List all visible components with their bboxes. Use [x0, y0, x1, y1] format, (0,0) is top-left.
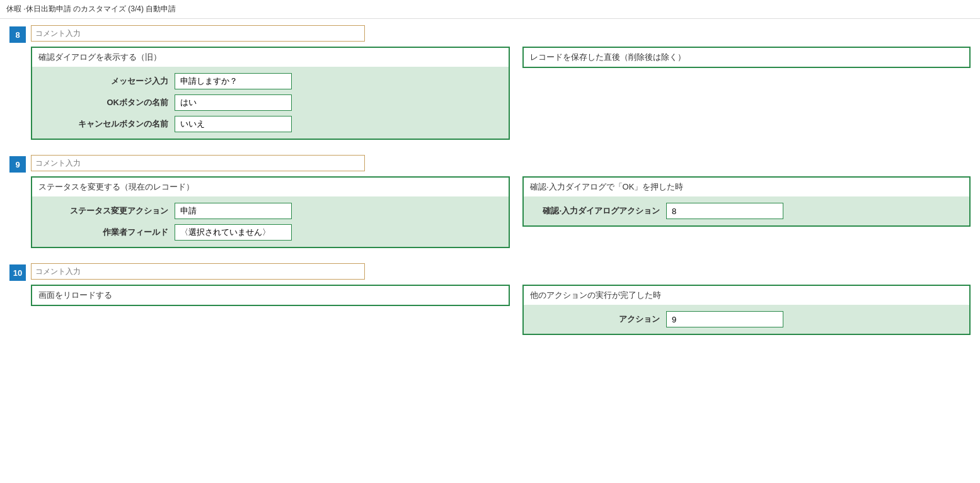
field-value-8-1[interactable]	[175, 94, 292, 111]
trigger-box-header-9: 確認·入力ダイアログで「OK」を押した時	[524, 178, 969, 196]
step-row-9: 9ステータスを変更する（現在のレコード）ステータス変更アクション作業者フィールド…	[9, 155, 971, 248]
field-label-8-0: メッセージ入力	[42, 76, 168, 87]
field-label-9-0: ステータス変更アクション	[42, 205, 168, 217]
left-col-8: 確認ダイアログを表示する（旧）メッセージ入力OKボタンの名前キャンセルボタンの名…	[31, 47, 510, 140]
step-10: 10画面をリロードする他のアクションの実行が完了した時アクション	[9, 263, 971, 335]
step-number-9: 9	[9, 156, 26, 173]
field-row-9-0: ステータス変更アクション	[42, 203, 499, 219]
action-box-body-9: ステータス変更アクション作業者フィールド	[32, 196, 509, 247]
two-col-9: ステータスを変更する（現在のレコード）ステータス変更アクション作業者フィールド確…	[31, 176, 971, 248]
action-box-10: 画面をリロードする	[31, 285, 510, 306]
field-label-8-2: キャンセルボタンの名前	[42, 118, 168, 130]
trigger-field-value-9-0[interactable]	[666, 203, 783, 219]
field-value-8-2[interactable]	[175, 116, 292, 132]
trigger-box-header-10: 他のアクションの実行が完了した時	[524, 286, 969, 305]
step-9: 9ステータスを変更する（現在のレコード）ステータス変更アクション作業者フィールド…	[9, 155, 971, 248]
trigger-box-body-9: 確認·入力ダイアログアクション	[524, 196, 969, 225]
trigger-box-8: レコードを保存した直後（削除後は除く）	[522, 47, 971, 68]
two-col-10: 画面をリロードする他のアクションの実行が完了した時アクション	[31, 285, 971, 335]
right-col-8: レコードを保存した直後（削除後は除く）	[522, 47, 971, 140]
two-col-8: 確認ダイアログを表示する（旧）メッセージ入力OKボタンの名前キャンセルボタンの名…	[31, 47, 971, 140]
right-col-9: 確認·入力ダイアログで「OK」を押した時確認·入力ダイアログアクション	[522, 176, 971, 248]
main-content: 8確認ダイアログを表示する（旧）メッセージ入力OKボタンの名前キャンセルボタンの…	[0, 19, 980, 356]
action-box-body-8: メッセージ入力OKボタンの名前キャンセルボタンの名前	[32, 67, 509, 139]
field-label-9-1: 作業者フィールド	[42, 227, 168, 238]
page-title: 休暇 ·休日出勤申請 のカスタマイズ (3/4) 自動申請	[6, 4, 176, 13]
step-body-8: 確認ダイアログを表示する（旧）メッセージ入力OKボタンの名前キャンセルボタンの名…	[31, 25, 971, 140]
trigger-field-row-10-0: アクション	[534, 311, 959, 327]
action-box-header-9: ステータスを変更する（現在のレコード）	[32, 178, 509, 196]
action-box-header-8: 確認ダイアログを表示する（旧）	[32, 48, 509, 67]
comment-input-8[interactable]	[31, 25, 365, 42]
trigger-field-label-9-0: 確認·入力ダイアログアクション	[534, 205, 660, 217]
action-box-8: 確認ダイアログを表示する（旧）メッセージ入力OKボタンの名前キャンセルボタンの名…	[31, 47, 510, 140]
page-header: 休暇 ·休日出勤申請 のカスタマイズ (3/4) 自動申請	[0, 0, 980, 19]
step-row-10: 10画面をリロードする他のアクションの実行が完了した時アクション	[9, 263, 971, 335]
step-number-8: 8	[9, 26, 26, 43]
field-row-8-1: OKボタンの名前	[42, 94, 499, 111]
trigger-box-10: 他のアクションの実行が完了した時アクション	[522, 285, 971, 335]
comment-input-9[interactable]	[31, 155, 365, 171]
trigger-field-value-10-0[interactable]	[666, 311, 783, 327]
field-row-8-0: メッセージ入力	[42, 73, 499, 89]
action-box-9: ステータスを変更する（現在のレコード）ステータス変更アクション作業者フィールド	[31, 176, 510, 248]
field-row-8-2: キャンセルボタンの名前	[42, 116, 499, 132]
comment-input-10[interactable]	[31, 263, 365, 280]
left-col-9: ステータスを変更する（現在のレコード）ステータス変更アクション作業者フィールド	[31, 176, 510, 248]
step-number-10: 10	[9, 264, 26, 281]
step-8: 8確認ダイアログを表示する（旧）メッセージ入力OKボタンの名前キャンセルボタンの…	[9, 25, 971, 140]
field-row-9-1: 作業者フィールド	[42, 224, 499, 241]
step-body-10: 画面をリロードする他のアクションの実行が完了した時アクション	[31, 263, 971, 335]
field-value-9-0[interactable]	[175, 203, 292, 219]
trigger-field-row-9-0: 確認·入力ダイアログアクション	[534, 203, 959, 219]
trigger-field-label-10-0: アクション	[534, 314, 660, 325]
step-body-9: ステータスを変更する（現在のレコード）ステータス変更アクション作業者フィールド確…	[31, 155, 971, 248]
right-col-10: 他のアクションの実行が完了した時アクション	[522, 285, 971, 335]
field-value-8-0[interactable]	[175, 73, 292, 89]
trigger-box-9: 確認·入力ダイアログで「OK」を押した時確認·入力ダイアログアクション	[522, 176, 971, 227]
left-col-10: 画面をリロードする	[31, 285, 510, 335]
trigger-box-header-8: レコードを保存した直後（削除後は除く）	[524, 48, 969, 67]
field-label-8-1: OKボタンの名前	[42, 97, 168, 108]
step-row-8: 8確認ダイアログを表示する（旧）メッセージ入力OKボタンの名前キャンセルボタンの…	[9, 25, 971, 140]
trigger-box-body-10: アクション	[524, 305, 969, 334]
field-value-9-1[interactable]	[175, 224, 292, 241]
